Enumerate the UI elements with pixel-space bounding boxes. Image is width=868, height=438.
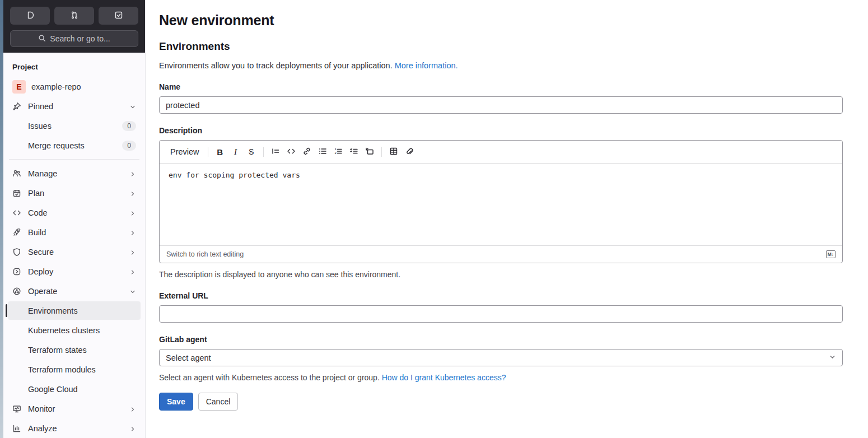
issues-shortcut-button[interactable] (10, 7, 50, 25)
sidebar-item-label: Build (28, 228, 46, 237)
svg-text:2: 2 (334, 151, 336, 155)
attach-file-button[interactable] (402, 144, 417, 160)
bullet-list-button[interactable] (315, 144, 330, 160)
link-button[interactable] (299, 144, 315, 160)
intro-text-body: Environments allow you to track deployme… (159, 61, 393, 70)
chevron-right-icon (129, 190, 136, 197)
numbered-list-button[interactable]: 12 (330, 144, 346, 160)
sidebar-item-issues[interactable]: Issues 0 (8, 117, 141, 135)
sidebar-item-secure[interactable]: Secure (8, 243, 141, 261)
sidebar-item-label: Manage (28, 169, 57, 178)
todo-shortcut-button[interactable] (99, 7, 138, 25)
bold-button[interactable]: B (212, 144, 228, 160)
sidebar-item-label: Operate (28, 287, 57, 296)
kubernetes-access-link[interactable]: How do I grant Kubernetes access? (382, 373, 506, 382)
sidebar-item-kubernetes-clusters[interactable]: Kubernetes clusters (8, 321, 141, 339)
chevron-down-icon (129, 288, 136, 295)
toolbar-separator (208, 147, 208, 157)
chevron-right-icon (129, 406, 136, 412)
markdown-icon[interactable]: M↓ (826, 250, 836, 258)
chevron-right-icon (129, 249, 136, 255)
preview-tab[interactable]: Preview (166, 144, 204, 160)
project-name: example-repo (31, 82, 81, 91)
pin-icon (12, 102, 21, 111)
markdown-editor: Preview B I S 12 (159, 140, 843, 263)
sidebar-item-operate[interactable]: Operate (8, 282, 141, 300)
sidebar-item-merge-requests[interactable]: Merge requests 0 (8, 136, 141, 155)
chevron-right-icon (129, 268, 136, 275)
chevron-right-icon (129, 229, 136, 236)
sidebar-item-label: Kubernetes clusters (28, 326, 100, 335)
quote-button[interactable] (268, 144, 283, 160)
merge-request-icon (70, 11, 79, 21)
section-title: Environments (159, 40, 843, 53)
sidebar-item-label: Terraform modules (28, 365, 96, 374)
code-button[interactable] (283, 144, 299, 160)
sidebar-item-label: Merge requests (28, 141, 85, 150)
sidebar-item-analyze[interactable]: Analyze (8, 419, 141, 437)
sidebar-item-terraform-modules[interactable]: Terraform modules (8, 360, 141, 379)
search-input[interactable]: Search or go to... (10, 30, 138, 47)
agent-help-body: Select an agent with Kubernetes access t… (159, 373, 380, 382)
page-title: New environment (159, 12, 843, 29)
collapsible-section-button[interactable] (362, 144, 377, 160)
description-help-text: The description is displayed to anyone w… (159, 270, 843, 279)
sidebar-item-monitor[interactable]: Monitor (8, 399, 141, 418)
task-list-icon (349, 147, 358, 157)
sidebar-item-code[interactable]: Code (8, 203, 141, 222)
strikethrough-button[interactable]: S (244, 144, 259, 160)
bold-icon: B (217, 147, 223, 157)
project-avatar: E (12, 80, 26, 94)
cancel-button[interactable]: Cancel (198, 393, 239, 411)
search-icon (38, 34, 46, 44)
italic-icon: I (234, 147, 237, 157)
agent-select[interactable]: Select agent (159, 349, 843, 366)
sidebar-item-label: Terraform states (28, 346, 87, 355)
sidebar-item-label: Environments (28, 306, 78, 315)
numbered-list-icon: 12 (334, 147, 343, 157)
insert-table-button[interactable] (386, 144, 402, 160)
sidebar-dark-header: Search or go to... (3, 0, 145, 53)
merge-requests-shortcut-button[interactable] (54, 7, 94, 25)
link-icon (302, 147, 311, 157)
sidebar-item-label: Secure (28, 248, 54, 257)
quote-icon (271, 147, 280, 157)
sidebar-item-plan[interactable]: Plan (8, 184, 141, 202)
sidebar-item-build[interactable]: Build (8, 223, 141, 241)
task-list-button[interactable] (346, 144, 362, 160)
merge-requests-count-badge: 0 (122, 141, 136, 151)
chart-icon (12, 424, 21, 433)
external-url-input[interactable] (159, 305, 843, 323)
switch-rich-text-link[interactable]: Switch to rich text editing (166, 250, 244, 258)
description-textarea[interactable]: env for scoping protected vars (160, 164, 842, 245)
sidebar-item-environments[interactable]: Environments (8, 301, 141, 320)
cloud-pod-icon (12, 287, 21, 296)
sidebar-item-label: Google Cloud (28, 385, 78, 394)
description-label: Description (159, 126, 843, 135)
sidebar-item-pinned[interactable]: Pinned (8, 97, 141, 115)
sidebar-item-terraform-states[interactable]: Terraform states (8, 341, 141, 359)
sidebar-item-label: Analyze (28, 424, 57, 433)
more-information-link[interactable]: More information. (395, 61, 458, 70)
main-content: New environment Environments Environment… (146, 0, 868, 438)
agent-help-text: Select an agent with Kubernetes access t… (159, 373, 843, 382)
chevron-right-icon (129, 425, 136, 432)
collapsible-section-icon (365, 147, 374, 157)
sidebar-item-manage[interactable]: Manage (8, 164, 141, 183)
sidebar-nav: Project E example-repo Pinned Issues 0 M… (3, 53, 145, 438)
super-sidebar: Search or go to... Project E example-rep… (3, 0, 146, 438)
save-button[interactable]: Save (159, 393, 193, 411)
sidebar-item-project[interactable]: E example-repo (8, 78, 141, 96)
toolbar-separator (381, 147, 382, 157)
name-input[interactable] (159, 96, 843, 114)
sidebar-item-label: Deploy (28, 267, 53, 276)
sidebar-item-label: Pinned (28, 102, 53, 111)
svg-text:1: 1 (334, 147, 336, 151)
attach-file-icon (405, 147, 414, 157)
sidebar-item-deploy[interactable]: Deploy (8, 262, 141, 281)
search-label: Search or go to... (50, 34, 110, 43)
italic-button[interactable]: I (228, 144, 244, 160)
sidebar-item-google-cloud[interactable]: Google Cloud (8, 380, 141, 398)
deploy-icon (12, 267, 21, 276)
form-actions: Save Cancel (159, 393, 843, 411)
